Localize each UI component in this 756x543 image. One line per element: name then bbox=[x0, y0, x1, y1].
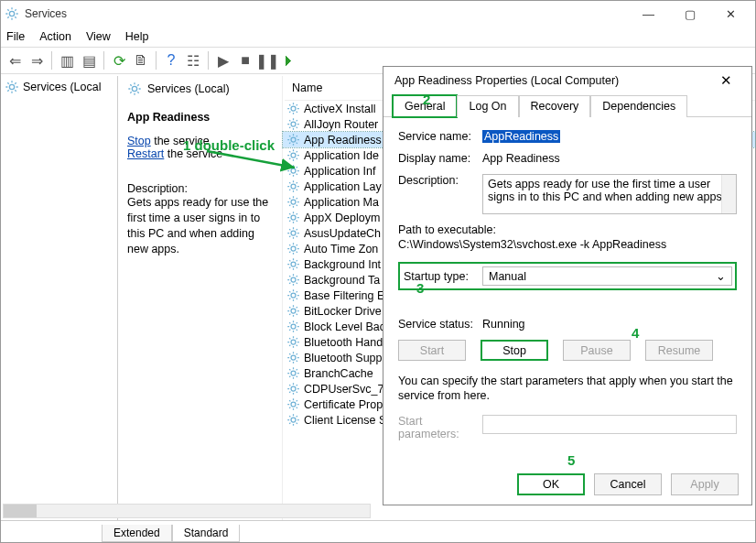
minimize-button[interactable]: — bbox=[628, 1, 669, 27]
export-icon[interactable]: 🗎 bbox=[131, 50, 151, 71]
service-gear-icon bbox=[286, 288, 300, 302]
description-label: Description: bbox=[127, 182, 275, 195]
startup-type-row: Startup type: Manual ⌄ bbox=[398, 262, 737, 290]
display-name-value: App Readiness bbox=[482, 152, 737, 165]
service-gear-icon bbox=[286, 226, 300, 240]
dialog-title: App Readiness Properties (Local Computer… bbox=[394, 74, 619, 87]
ok-button[interactable]: OK bbox=[517, 473, 585, 495]
svg-point-13 bbox=[291, 262, 296, 266]
service-gear-icon bbox=[286, 179, 300, 193]
svg-point-3 bbox=[291, 106, 296, 111]
tab-extended[interactable]: Extended bbox=[102, 525, 172, 542]
start-service-icon[interactable]: ▶ bbox=[213, 50, 233, 71]
window-title: Services bbox=[25, 7, 67, 20]
description-text: Gets apps ready for use the first time a… bbox=[127, 195, 275, 257]
apply-button: Apply bbox=[671, 473, 739, 495]
startup-type-label: Startup type: bbox=[404, 270, 482, 283]
svg-point-8 bbox=[291, 184, 296, 189]
details-icon[interactable]: ☷ bbox=[183, 50, 203, 71]
service-gear-icon bbox=[286, 382, 300, 396]
menu-help[interactable]: Help bbox=[125, 30, 149, 43]
service-gear-icon bbox=[286, 413, 300, 427]
svg-point-4 bbox=[291, 122, 296, 126]
restart-service-link[interactable]: Restart bbox=[127, 147, 164, 160]
stop-service-link[interactable]: Stop bbox=[127, 135, 151, 147]
dialog-close-button[interactable]: ✕ bbox=[707, 72, 744, 89]
chevron-down-icon: ⌄ bbox=[716, 269, 726, 283]
service-gear-icon bbox=[286, 211, 300, 224]
service-gear-icon bbox=[286, 351, 300, 364]
service-name-value[interactable]: AppReadiness bbox=[482, 130, 560, 143]
svg-point-12 bbox=[291, 246, 296, 251]
tab-dependencies[interactable]: Dependencies bbox=[590, 95, 687, 117]
close-button[interactable]: ✕ bbox=[710, 1, 751, 27]
services-tree-node[interactable]: Services (Local bbox=[23, 81, 101, 93]
separator bbox=[103, 51, 104, 70]
service-gear-icon bbox=[286, 257, 300, 271]
svg-point-10 bbox=[291, 215, 296, 220]
service-gear-icon bbox=[286, 164, 300, 178]
tab-standard[interactable]: Standard bbox=[172, 525, 241, 542]
resume-button: Resume bbox=[645, 340, 713, 361]
description-scrollbar[interactable] bbox=[721, 175, 736, 213]
menu-action[interactable]: Action bbox=[39, 30, 71, 43]
svg-point-16 bbox=[291, 309, 296, 313]
menu-file[interactable]: File bbox=[6, 30, 25, 43]
svg-point-15 bbox=[291, 293, 296, 298]
svg-point-7 bbox=[291, 168, 296, 173]
description-box[interactable]: Gets apps ready for use the first time a… bbox=[482, 174, 737, 214]
services-node-icon bbox=[5, 80, 19, 94]
restart-service-icon[interactable]: ⏵ bbox=[279, 50, 299, 71]
properties-icon[interactable]: ▤ bbox=[79, 50, 99, 71]
svg-point-9 bbox=[291, 200, 296, 204]
cancel-button[interactable]: Cancel bbox=[594, 473, 662, 495]
service-gear-icon bbox=[286, 102, 300, 115]
service-gear-icon bbox=[286, 320, 300, 333]
back-icon[interactable]: ⇐ bbox=[5, 50, 25, 71]
service-gear-icon bbox=[286, 397, 300, 411]
separator bbox=[156, 51, 157, 70]
svg-point-18 bbox=[291, 340, 296, 344]
titlebar: Services — ▢ ✕ bbox=[1, 1, 755, 27]
forward-icon[interactable]: ⇒ bbox=[27, 50, 47, 71]
pause-button: Pause bbox=[563, 340, 631, 361]
service-status-value: Running bbox=[482, 318, 737, 331]
show-hide-tree-icon[interactable]: ▥ bbox=[57, 50, 77, 71]
separator bbox=[51, 51, 52, 70]
tab-general[interactable]: General bbox=[393, 95, 457, 117]
svg-point-0 bbox=[9, 11, 14, 16]
service-gear-icon bbox=[286, 366, 300, 380]
tab-recovery[interactable]: Recovery bbox=[519, 95, 591, 117]
svg-point-20 bbox=[291, 371, 296, 375]
service-gear-icon bbox=[286, 273, 300, 287]
svg-point-19 bbox=[291, 355, 296, 360]
footer-tabs: Extended Standard bbox=[1, 520, 755, 542]
svg-point-14 bbox=[291, 277, 296, 282]
menu-view[interactable]: View bbox=[86, 30, 111, 43]
path-value: C:\Windows\System32\svchost.exe -k AppRe… bbox=[398, 238, 737, 251]
service-gear-icon bbox=[286, 117, 300, 131]
svg-point-17 bbox=[291, 324, 296, 329]
tab-logon[interactable]: Log On bbox=[457, 95, 518, 117]
menu-bar: File Action View Help bbox=[1, 27, 755, 47]
services-pane-icon bbox=[127, 81, 142, 96]
separator bbox=[208, 51, 209, 70]
horizontal-scrollbar[interactable] bbox=[3, 504, 371, 518]
service-gear-icon bbox=[286, 133, 300, 147]
pause-service-icon[interactable]: ❚❚ bbox=[257, 50, 277, 71]
console-tree: Services (Local bbox=[1, 76, 118, 520]
maximize-button[interactable]: ▢ bbox=[669, 1, 710, 27]
properties-dialog: App Readiness Properties (Local Computer… bbox=[383, 66, 752, 505]
refresh-icon[interactable]: ⟳ bbox=[109, 50, 129, 71]
help-icon[interactable]: ? bbox=[161, 50, 181, 71]
start-parameters-label: Start parameters: bbox=[398, 415, 482, 440]
svg-point-22 bbox=[291, 402, 296, 407]
stop-service-icon[interactable]: ■ bbox=[235, 50, 255, 71]
path-label: Path to executable: bbox=[398, 223, 737, 236]
service-gear-icon bbox=[286, 242, 300, 255]
description-label: Description: bbox=[398, 174, 482, 187]
stop-button[interactable]: Stop bbox=[481, 340, 548, 361]
detail-pane: Services (Local) App Readiness Stop the … bbox=[118, 76, 283, 520]
startup-type-select[interactable]: Manual ⌄ bbox=[482, 266, 732, 286]
svg-point-11 bbox=[291, 231, 296, 235]
